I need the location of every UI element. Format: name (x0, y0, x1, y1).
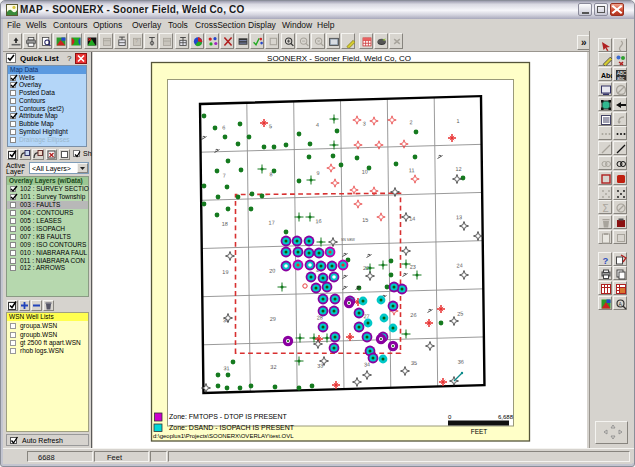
svg-text:3: 3 (363, 120, 366, 126)
svg-text:6,688: 6,688 (498, 414, 514, 420)
svg-text:29: 29 (270, 316, 276, 322)
svg-text:10: 10 (362, 169, 368, 175)
svg-text:Σ: Σ (603, 203, 609, 214)
svg-text:d:\geoplus1\Projects\SOONERX\O: d:\geoplus1\Projects\SOONERX\OVERLAY\tes… (153, 433, 294, 439)
svg-text:7: 7 (223, 173, 226, 179)
svg-text:33: 33 (317, 363, 323, 369)
svg-text:FEET: FEET (471, 428, 488, 435)
svg-text:1: 1 (456, 118, 459, 124)
svg-text:9: 9 (316, 170, 319, 176)
svg-text:?: ? (135, 38, 138, 44)
svg-text:18: 18 (222, 221, 228, 227)
svg-text:2: 2 (410, 119, 413, 125)
svg-text:11: 11 (409, 167, 415, 173)
svg-text:17: 17 (269, 219, 275, 225)
svg-text:20: 20 (269, 268, 275, 274)
svg-text:13: 13 (456, 214, 462, 220)
svg-text:15: 15 (362, 217, 368, 223)
svg-text:SN SBW: SN SBW (341, 238, 356, 242)
svg-text:24: 24 (457, 262, 463, 268)
svg-text:?: ? (603, 255, 609, 266)
svg-text:32: 32 (270, 364, 276, 370)
svg-text:16: 16 (315, 218, 321, 224)
svg-text:abc: abc (617, 76, 625, 81)
svg-text:31: 31 (223, 365, 229, 371)
svg-text:36: 36 (458, 359, 464, 365)
svg-text:35: 35 (411, 360, 417, 366)
svg-text:14: 14 (409, 215, 415, 221)
svg-text:26: 26 (410, 312, 416, 318)
svg-text:SOONERX - Sooner Field, Weld C: SOONERX - Sooner Field, Weld Co, CO (267, 54, 411, 63)
svg-text:12: 12 (455, 166, 461, 172)
svg-text:Zone: DSAND - ISOPACH IS PRESE: Zone: DSAND - ISOPACH IS PRESENT (169, 424, 295, 431)
svg-text:27: 27 (363, 313, 369, 319)
svg-text:A: A (618, 300, 622, 306)
svg-text:25: 25 (457, 311, 463, 317)
svg-text:4: 4 (316, 122, 319, 128)
svg-text:5: 5 (269, 123, 272, 129)
svg-text:Zone: FMTOPS - DTOP IS PRESENT: Zone: FMTOPS - DTOP IS PRESENT (169, 413, 288, 420)
svg-text:Abc: Abc (601, 72, 612, 79)
svg-text:6: 6 (222, 124, 225, 130)
svg-text:19: 19 (222, 269, 228, 275)
svg-text:34: 34 (364, 361, 370, 367)
svg-text:23: 23 (410, 264, 416, 270)
